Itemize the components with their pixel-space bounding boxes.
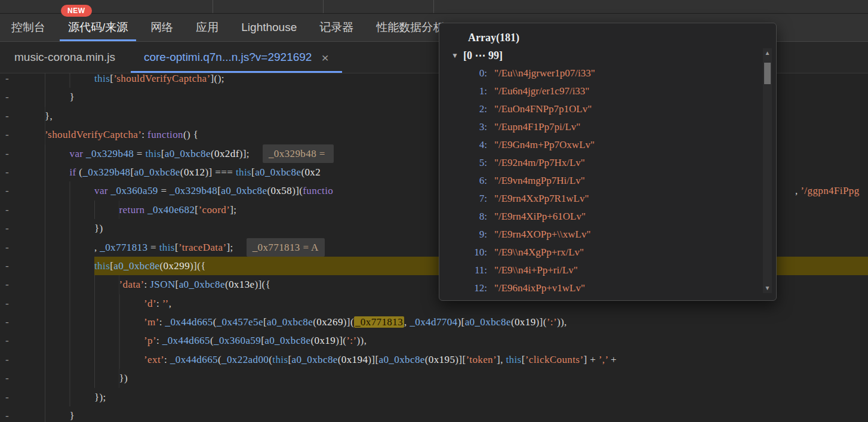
code-token: this bbox=[506, 354, 521, 365]
panel-tab-0[interactable]: 控制台 bbox=[0, 14, 57, 41]
scrollbar-track[interactable] bbox=[763, 58, 772, 284]
code-token: if bbox=[70, 167, 76, 178]
array-item-row[interactable]: 8:"/E9rn4XiPp+61OLv" bbox=[439, 208, 776, 226]
code-line[interactable]: -’p’: _0x44d665(_0x360a59[a0_0xbc8e(0x19… bbox=[0, 331, 868, 350]
code-tokens: ’p’: _0x44d665(_0x360a59[a0_0xbc8e(0x19)… bbox=[144, 331, 868, 350]
code-token: ](); bbox=[211, 73, 224, 84]
code-token: )][ bbox=[455, 354, 466, 365]
breakpoint-gutter[interactable]: - bbox=[0, 88, 45, 106]
code-token: }); bbox=[94, 392, 106, 403]
code-token: ’d’ bbox=[144, 298, 156, 309]
code-token: _0x329b48 bbox=[82, 167, 130, 178]
array-item-row[interactable]: 11:"/E9\\n4i+Pp+ri/Lv" bbox=[439, 261, 776, 279]
breakpoint-gutter[interactable]: - bbox=[0, 406, 45, 422]
breakpoint-gutter[interactable]: - bbox=[0, 201, 45, 219]
code-token: )]( bbox=[335, 335, 346, 346]
hovered-token[interactable]: _0x771813 bbox=[354, 316, 404, 328]
breakpoint-gutter[interactable]: - bbox=[0, 238, 45, 257]
array-item-row[interactable]: 0:"/Eu\\n4jgrwer1p07/i33" bbox=[439, 64, 776, 82]
file-tab-1[interactable]: core-optimi.q7n...n.js?v=2921692× bbox=[130, 42, 343, 73]
panel-tab-label: 应用 bbox=[196, 20, 218, 35]
close-icon[interactable]: × bbox=[321, 51, 328, 64]
array-item-index: 3: bbox=[466, 121, 487, 133]
array-item-value: "/EuOn4FNPp7p1OLv" bbox=[494, 103, 592, 115]
code-token: ’’ bbox=[162, 298, 169, 309]
indent-guides bbox=[45, 388, 94, 406]
panel-tab-5[interactable]: 记录器 bbox=[308, 14, 365, 41]
array-item-row[interactable]: 12:"/E96n4ixPp+v1wLv" bbox=[439, 279, 776, 297]
popup-range-group[interactable]: ▼ [0 ⋯ 99] bbox=[451, 47, 776, 64]
breakpoint-gutter[interactable]: - bbox=[0, 388, 45, 406]
code-token: _0x22ad00 bbox=[221, 354, 269, 365]
breakpoint-gutter[interactable]: - bbox=[0, 350, 45, 369]
breakpoint-gutter[interactable]: - bbox=[0, 219, 45, 238]
panel-tab-4[interactable]: Lighthouse bbox=[230, 14, 308, 41]
code-line[interactable]: -} bbox=[0, 406, 868, 422]
code-token: 0x19 bbox=[515, 316, 536, 328]
code-token: ’ext’ bbox=[144, 354, 164, 365]
code-token: JSON bbox=[150, 279, 175, 290]
code-line[interactable]: -’m’: _0x44d665(_0x457e5e[a0_0xbc8e(0x26… bbox=[0, 313, 868, 331]
breakpoint-gutter[interactable]: - bbox=[0, 107, 45, 125]
breakpoint-gutter[interactable]: - bbox=[0, 125, 45, 144]
code-token: a0_0xbc8e bbox=[255, 167, 301, 178]
code-token: , bbox=[94, 242, 100, 253]
code-token: ] + bbox=[583, 354, 598, 365]
scrollbar-thumb[interactable] bbox=[764, 63, 771, 84]
breakpoint-gutter[interactable]: - bbox=[0, 331, 45, 350]
breakpoint-gutter[interactable]: - bbox=[0, 313, 45, 331]
code-token: 0x2 bbox=[304, 167, 321, 178]
indent-guides bbox=[45, 313, 144, 331]
panel-tab-1[interactable]: 源代码/来源 bbox=[57, 14, 139, 41]
breakpoint-gutter[interactable]: - bbox=[0, 369, 45, 387]
breakpoint-gutter[interactable]: - bbox=[0, 163, 45, 181]
array-item-index: 9: bbox=[466, 229, 487, 241]
code-token: _0x457e5e bbox=[217, 316, 263, 328]
array-item-row[interactable]: 4:"/E9Gn4m+Pp7OxwLv" bbox=[439, 136, 776, 154]
code-token: function bbox=[147, 129, 183, 140]
breakpoint-gutter[interactable]: - bbox=[0, 257, 45, 275]
breakpoint-gutter[interactable]: - bbox=[0, 144, 45, 163]
top-strip bbox=[0, 0, 868, 14]
code-line[interactable]: -’ext’: _0x44d665(_0x22ad00(this[a0_0xbc… bbox=[0, 350, 868, 369]
array-item-row[interactable]: 3:"/Eupn4F1Pp7pi/Lv" bbox=[439, 118, 776, 136]
array-item-index: 12: bbox=[466, 282, 487, 294]
code-token: ’:’ bbox=[547, 316, 557, 328]
code-token: this bbox=[145, 148, 161, 159]
strip-divider bbox=[213, 0, 213, 13]
code-token: a0_0xbc8e bbox=[292, 354, 338, 365]
code-token: _0x329b48 bbox=[86, 148, 134, 159]
chevron-down-icon[interactable]: ▼ bbox=[451, 51, 463, 60]
array-item-row[interactable]: 6:"/E9vn4mgPp7Hi/Lv" bbox=[439, 172, 776, 190]
array-item-index: 1: bbox=[466, 85, 487, 97]
breakpoint-gutter[interactable]: - bbox=[0, 294, 45, 313]
code-line[interactable]: -}); bbox=[0, 388, 868, 406]
panel-tab-label: 源代码/来源 bbox=[68, 20, 128, 35]
array-item-row[interactable]: 10:"/E9\\n4XgPp+rx/Lv" bbox=[439, 244, 776, 261]
indent-guides bbox=[45, 369, 119, 387]
array-item-index: 10: bbox=[466, 247, 487, 258]
breakpoint-gutter[interactable]: - bbox=[0, 73, 45, 88]
popup-scrollbar[interactable]: ▲ ▼ bbox=[763, 48, 772, 293]
array-item-row[interactable]: 9:"/E9rn4XOPp+\\xwLv" bbox=[439, 226, 776, 244]
array-item-row[interactable]: 5:"/E92n4m/Pp7Hx/Lv" bbox=[439, 154, 776, 172]
code-token: )]( bbox=[292, 185, 303, 196]
indent-guides bbox=[45, 88, 70, 106]
panel-tab-2[interactable]: 网络 bbox=[139, 14, 184, 41]
code-token: a0_0xbc8e bbox=[165, 148, 211, 159]
breakpoint-gutter[interactable]: - bbox=[0, 181, 45, 200]
file-tab-0[interactable]: music-corona.min.js bbox=[0, 42, 130, 73]
code-token: 0x58 bbox=[271, 185, 293, 196]
code-token: } bbox=[70, 410, 75, 421]
code-line[interactable]: -}) bbox=[0, 369, 868, 387]
panel-tab-3[interactable]: 应用 bbox=[184, 14, 230, 41]
scroll-up-icon[interactable]: ▲ bbox=[765, 48, 771, 58]
code-token: : bbox=[144, 279, 150, 290]
array-item-value: "/E9rn4XiPp+61OLv" bbox=[494, 211, 586, 223]
breakpoint-gutter[interactable]: - bbox=[0, 275, 45, 294]
array-item-row[interactable]: 2:"/EuOn4FNPp7p1OLv" bbox=[439, 100, 776, 118]
scroll-down-icon[interactable]: ▼ bbox=[765, 284, 771, 293]
strip-divider bbox=[323, 0, 324, 13]
array-item-row[interactable]: 7:"/E9rn4XxPp7R1wLv" bbox=[439, 190, 776, 208]
array-item-row[interactable]: 1:"/Eu6n4jgr/er1c97/i33" bbox=[439, 82, 776, 100]
